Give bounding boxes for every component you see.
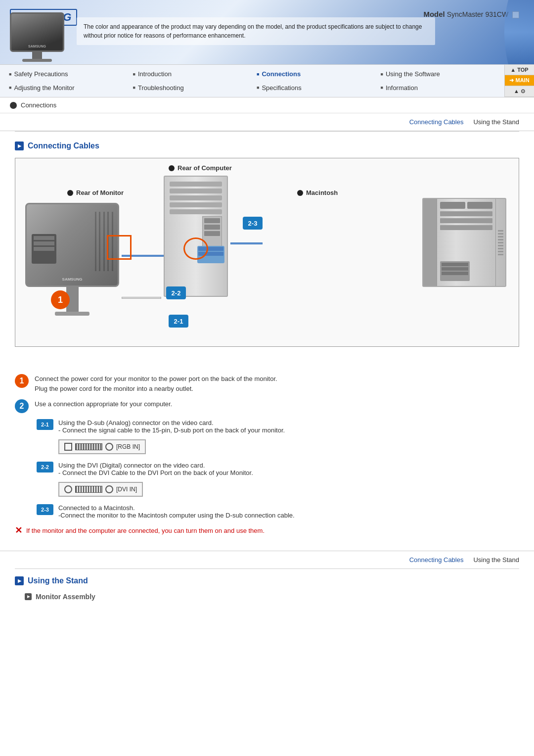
dvi-label: [DVI IN] bbox=[116, 486, 137, 493]
top-button[interactable]: ▲ TOP bbox=[505, 65, 534, 75]
monitor-illustration: SAMSUNG bbox=[10, 12, 64, 62]
instruction-2-3: 2-3 Connected to a Macintosh. -Connect t… bbox=[37, 504, 519, 519]
breadcrumb: Connections bbox=[0, 97, 534, 113]
connecting-cables-title: Connecting Cables bbox=[15, 142, 519, 150]
nav-specifications[interactable]: Specifications bbox=[253, 82, 376, 94]
main-button[interactable]: ➜ MAIN bbox=[505, 75, 534, 86]
mac-tower-diagram bbox=[422, 198, 506, 287]
note-text: If the monitor and the computer are conn… bbox=[26, 527, 265, 534]
breadcrumb-icon bbox=[10, 102, 17, 109]
badge-1-icon: 1 bbox=[15, 374, 29, 388]
instruction-2-1-text: Using the D-sub (Analog) connector on th… bbox=[58, 419, 285, 434]
instruction-2-2-text: Using the DVI (Digital) connector on the… bbox=[58, 462, 253, 476]
sub-nav-bottom-cables[interactable]: Connecting Cables bbox=[409, 556, 464, 564]
mac-cable bbox=[230, 242, 263, 244]
pc-tower-diagram bbox=[164, 176, 228, 297]
badge-1: 1 bbox=[51, 290, 70, 309]
instructions: 1 Connect the power cord for your monito… bbox=[0, 369, 534, 546]
nav-connections[interactable]: Connections bbox=[253, 68, 376, 81]
sub-navigation: Connecting Cables Using the Stand bbox=[0, 113, 534, 131]
nav-introduction[interactable]: Introduction bbox=[129, 68, 252, 81]
instruction-2: 2 Use a connection appropriate for your … bbox=[15, 399, 519, 413]
monitor-assembly-title: Monitor Assembly bbox=[25, 593, 519, 601]
badge-2-1-icon: 2-1 bbox=[37, 419, 53, 430]
model-info: Model SyncMaster 931CW bbox=[423, 10, 519, 18]
cd-button[interactable]: ▲ ⊙ bbox=[505, 86, 534, 97]
using-stand-title: Using the Stand bbox=[15, 576, 519, 585]
nav-links: Safety Precautions Introduction Connecti… bbox=[0, 65, 504, 97]
stand-section-icon bbox=[15, 576, 24, 585]
sub-nav-connecting-cables[interactable]: Connecting Cables bbox=[409, 118, 464, 126]
nav-using-software[interactable]: Using the Software bbox=[377, 68, 500, 81]
connection-diagram: Rear of Computer Rear of Monitor Macinto… bbox=[15, 158, 519, 347]
section-icon bbox=[15, 142, 24, 150]
breadcrumb-text: Connections bbox=[21, 101, 56, 109]
badge-2-3-icon: 2-3 bbox=[37, 504, 53, 515]
badge-2-icon: 2 bbox=[15, 399, 29, 413]
rgb-connector-img: [RGB IN] bbox=[58, 439, 146, 454]
connection-note: ✕ If the monitor and the computer are co… bbox=[15, 525, 519, 536]
badge-2-2-icon: 2-2 bbox=[37, 462, 53, 472]
sub-nav-using-stand[interactable]: Using the Stand bbox=[473, 118, 519, 126]
power-cable bbox=[122, 297, 161, 299]
instruction-2-2: 2-2 Using the DVI (Digital) connector on… bbox=[37, 462, 519, 499]
monitor-rear-diagram: SAMSUNG bbox=[25, 203, 119, 316]
nav-sidebar-buttons: ▲ TOP ➜ MAIN ▲ ⊙ bbox=[504, 65, 534, 97]
nav-adjusting-monitor[interactable]: Adjusting the Monitor bbox=[5, 82, 128, 94]
note-x-icon: ✕ bbox=[15, 525, 22, 536]
dvi-connector-img: [DVI IN] bbox=[58, 482, 143, 497]
instruction-2-1: 2-1 Using the D-sub (Analog) connector o… bbox=[37, 419, 519, 457]
sub-nav-bottom: Connecting Cables Using the Stand bbox=[0, 551, 534, 568]
instruction-1-text: Connect the power cord for your monitor … bbox=[35, 374, 277, 393]
rgb-label: [RGB IN] bbox=[116, 443, 140, 450]
circle-indicator-pc bbox=[183, 237, 208, 260]
diagram-inner: Rear of Computer Rear of Monitor Macinto… bbox=[15, 158, 519, 346]
rear-computer-label: Rear of Computer bbox=[169, 164, 232, 172]
model-value: SyncMaster 931CW bbox=[447, 10, 508, 18]
page-header: SAMSUNG Model SyncMaster 931CW SAMSUNG T… bbox=[0, 0, 534, 64]
badge-2-1: 2-1 bbox=[169, 315, 188, 328]
badge-2-3: 2-3 bbox=[243, 217, 263, 230]
nav-information[interactable]: Information bbox=[377, 82, 500, 94]
macintosh-label: Macintosh bbox=[297, 189, 338, 196]
instruction-2-3-text: Connected to a Macintosh. -Connect the m… bbox=[58, 504, 295, 519]
using-stand-section: Using the Stand Monitor Assembly bbox=[0, 569, 534, 608]
nav-troubleshooting[interactable]: Troubleshooting bbox=[129, 82, 252, 94]
instruction-1: 1 Connect the power cord for your monito… bbox=[15, 374, 519, 393]
circle-indicator-monitor bbox=[107, 235, 132, 260]
navigation-bar: Safety Precautions Introduction Connecti… bbox=[0, 64, 534, 97]
header-description: The color and appearance of the product … bbox=[77, 17, 435, 45]
sub-section-icon bbox=[25, 593, 32, 600]
connecting-cables-section: Connecting Cables Rear of Computer Rear … bbox=[0, 132, 534, 369]
rear-monitor-label: Rear of Monitor bbox=[67, 189, 124, 196]
sub-nav-bottom-stand[interactable]: Using the Stand bbox=[473, 556, 519, 564]
nav-safety-precautions[interactable]: Safety Precautions bbox=[5, 68, 128, 81]
instruction-2-text: Use a connection appropriate for your co… bbox=[35, 399, 172, 409]
badge-2-2: 2-2 bbox=[166, 286, 186, 299]
